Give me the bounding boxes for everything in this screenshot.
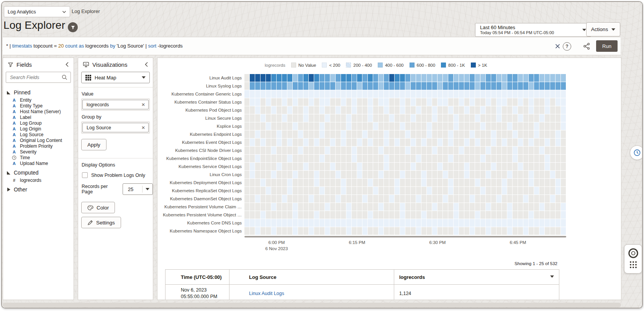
heatmap-cell[interactable] — [373, 98, 378, 106]
heatmap-cell[interactable] — [491, 138, 496, 146]
heatmap-cell[interactable] — [395, 114, 400, 122]
heatmap-cell[interactable] — [459, 82, 464, 90]
heatmap-cell[interactable] — [556, 138, 560, 146]
heatmap-cell[interactable] — [320, 203, 324, 211]
heatmap-cell[interactable] — [389, 122, 394, 130]
heatmap-cell[interactable] — [320, 219, 324, 227]
heatmap-cell[interactable] — [539, 122, 544, 130]
heatmap-cell[interactable] — [432, 130, 437, 138]
heatmap-cell[interactable] — [395, 74, 400, 82]
heatmap-cell[interactable] — [266, 122, 271, 130]
heatmap-cell[interactable] — [368, 203, 373, 211]
heatmap-cell[interactable] — [271, 82, 276, 90]
heatmap-cell[interactable] — [497, 219, 501, 227]
heatmap-cell[interactable] — [287, 155, 292, 162]
heatmap-cell[interactable] — [443, 203, 448, 211]
heatmap-cell[interactable] — [550, 187, 555, 195]
heatmap-cell[interactable] — [432, 219, 437, 227]
heatmap-cell[interactable] — [373, 114, 378, 122]
heatmap-cell[interactable] — [362, 163, 367, 170]
app-selector-dropdown[interactable]: Log Analytics — [4, 6, 70, 17]
heatmap-cell[interactable] — [293, 138, 298, 146]
heatmap-cell[interactable] — [502, 227, 507, 235]
heatmap-cell[interactable] — [336, 219, 341, 227]
heatmap-cell[interactable] — [550, 171, 555, 178]
heatmap-cell[interactable] — [261, 203, 265, 211]
heatmap-cell[interactable] — [448, 122, 453, 130]
heatmap-cell[interactable] — [330, 179, 335, 186]
heatmap-cell[interactable] — [287, 90, 292, 98]
heatmap-cell[interactable] — [330, 227, 335, 235]
heatmap-cell[interactable] — [507, 227, 512, 235]
heatmap-cell[interactable] — [454, 203, 459, 211]
heatmap-cell[interactable] — [282, 98, 287, 106]
heatmap-cell[interactable] — [346, 138, 351, 146]
heatmap-cell[interactable] — [475, 155, 480, 162]
heatmap-cell[interactable] — [336, 74, 341, 82]
heatmap-cell[interactable] — [507, 82, 512, 90]
heatmap-cell[interactable] — [314, 187, 319, 195]
heatmap-cell[interactable] — [330, 90, 335, 98]
heatmap-cell[interactable] — [470, 179, 475, 186]
heatmap-cell[interactable] — [556, 227, 560, 235]
heatmap-cell[interactable] — [475, 227, 480, 235]
heatmap-cell[interactable] — [261, 155, 265, 162]
heatmap-cell[interactable] — [271, 211, 276, 219]
heatmap-cell[interactable] — [411, 114, 416, 122]
heatmap-cell[interactable] — [411, 187, 416, 195]
heatmap-cell[interactable] — [438, 155, 442, 162]
heatmap-cell[interactable] — [438, 90, 442, 98]
heatmap-cell[interactable] — [389, 74, 394, 82]
heatmap-cell[interactable] — [534, 219, 539, 227]
heatmap-cell[interactable] — [368, 155, 373, 162]
heatmap-cell[interactable] — [357, 122, 362, 130]
heatmap-cell[interactable] — [336, 106, 341, 114]
heatmap-cell[interactable] — [459, 138, 464, 146]
heatmap-cell[interactable] — [427, 130, 432, 138]
heatmap-cell[interactable] — [395, 90, 400, 98]
heatmap-cell[interactable] — [518, 147, 523, 154]
heatmap-cell[interactable] — [346, 227, 351, 235]
heatmap-cell[interactable] — [443, 211, 448, 219]
heatmap-cell[interactable] — [475, 114, 480, 122]
heatmap-cell[interactable] — [384, 163, 389, 170]
heatmap-cell[interactable] — [523, 90, 528, 98]
heatmap-cell[interactable] — [545, 74, 550, 82]
heatmap-cell[interactable] — [298, 171, 303, 178]
heatmap-cell[interactable] — [491, 90, 496, 98]
heatmap-cell[interactable] — [556, 90, 560, 98]
heatmap-cell[interactable] — [475, 138, 480, 146]
heatmap-cell[interactable] — [261, 114, 265, 122]
heatmap-cell[interactable] — [550, 155, 555, 162]
heatmap-cell[interactable] — [266, 203, 271, 211]
heatmap-cell[interactable] — [298, 114, 303, 122]
heatmap-cell[interactable] — [421, 203, 426, 211]
heatmap-cell[interactable] — [368, 138, 373, 146]
heatmap-cell[interactable] — [405, 187, 410, 195]
field-item[interactable]: AOriginal Log Content — [7, 137, 72, 143]
heatmap-cell[interactable] — [529, 187, 534, 195]
heatmap-cell[interactable] — [534, 106, 539, 114]
heatmap-cell[interactable] — [464, 138, 469, 146]
heatmap-cell[interactable] — [561, 98, 566, 106]
heatmap-cell[interactable] — [464, 147, 469, 154]
heatmap-cell[interactable] — [293, 130, 298, 138]
heatmap-cell[interactable] — [362, 195, 367, 203]
heatmap-cell[interactable] — [475, 171, 480, 178]
heatmap-cell[interactable] — [389, 90, 394, 98]
heatmap-cell[interactable] — [427, 163, 432, 170]
field-item[interactable]: AProblem Priority — [7, 143, 72, 149]
heatmap-cell[interactable] — [346, 98, 351, 106]
heatmap-cell[interactable] — [529, 98, 534, 106]
heatmap-cell[interactable] — [357, 138, 362, 146]
heatmap-cell[interactable] — [287, 219, 292, 227]
heatmap-cell[interactable] — [255, 147, 260, 154]
heatmap-cell[interactable] — [550, 90, 555, 98]
heatmap-cell[interactable] — [556, 163, 560, 170]
heatmap-cell[interactable] — [421, 187, 426, 195]
heatmap-cell[interactable] — [416, 98, 421, 106]
heatmap-cell[interactable] — [470, 171, 475, 178]
heatmap-cell[interactable] — [438, 147, 442, 154]
heatmap-cell[interactable] — [250, 211, 255, 219]
heatmap-cell[interactable] — [250, 203, 255, 211]
